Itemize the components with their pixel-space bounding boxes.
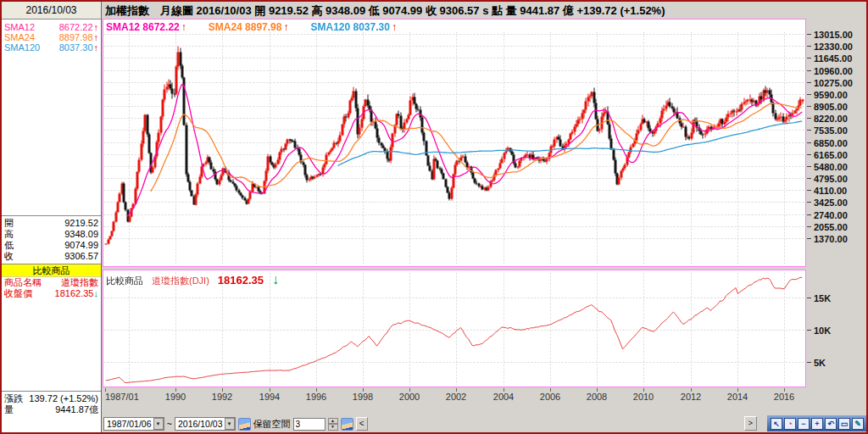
date-range-tilde: ~ [167, 419, 172, 429]
price-tick-label: 10275.00 [814, 79, 853, 87]
high-row: 高9348.09 [2, 229, 101, 240]
end-date-value: 2016/10/03 [178, 419, 223, 429]
time-tick-label: 1987/01 [105, 392, 139, 402]
price-tick-label: 15K [814, 294, 831, 303]
price-tick-label: 4795.00 [814, 175, 848, 183]
time-tick-label: 1996 [306, 392, 326, 402]
time-tick-label: 2014 [727, 392, 748, 402]
reserve-space-stepper[interactable]: ▲ ▼ [328, 418, 338, 431]
price-tick-label: 10K [814, 326, 831, 335]
time-tick-label: 1994 [259, 392, 280, 402]
compare-block: 比較商品 商品名稱 道瓊指數 收盤價 18162.35↓ [2, 264, 101, 299]
down-arrow-icon: ↓ [272, 272, 279, 287]
sma12-value: 8672.22 [59, 22, 93, 32]
up-arrow-icon: ↑ [94, 42, 99, 53]
undo-icon[interactable]: ↶ [825, 418, 837, 430]
time-tick-label: 2016 [774, 392, 794, 402]
compare-chart-canvas[interactable] [103, 270, 805, 387]
stock-app-window: 2016/10/03 SMA12 8672.22↑ SMA24 8897.98↑… [0, 0, 868, 434]
legend-sma120: SMA120 8037.30 [310, 21, 389, 33]
time-tick-label: 2002 [446, 392, 466, 402]
sma12-label: SMA12 [4, 22, 35, 32]
scroll-right-button[interactable]: > [744, 416, 757, 431]
sma120-value: 8037.30 [59, 42, 93, 53]
change-block: 漲跌139.72 (+1.52%) 量9441.87億 [2, 391, 101, 415]
sma24-value: 8897.98 [59, 32, 93, 42]
close-row: 收9306.57 [2, 251, 101, 262]
reserve-space-label: 保留空間 [253, 418, 291, 431]
drawing-toolbar: ↖◔−+↶▭✎ [767, 415, 866, 431]
spin-down-icon[interactable]: ▼ [328, 424, 338, 431]
main-chart-canvas[interactable] [103, 19, 805, 266]
end-date-combobox[interactable]: 2016/10/03 ▼ [175, 417, 236, 431]
sma24-label: SMA24 [4, 32, 35, 42]
ohlc-block: 開9219.52 高9348.09 低9074.99 收9306.57 [2, 215, 101, 262]
time-axis: 1987/01199019921994199619982000200220042… [103, 388, 806, 402]
price-tick-label: 10960.00 [814, 67, 853, 75]
change-row: 漲跌139.72 (+1.52%) [2, 393, 101, 404]
time-tick-label: 1998 [353, 392, 373, 402]
price-tick-label: 4110.00 [814, 186, 847, 195]
reserve-space-input[interactable] [293, 418, 326, 431]
hand-pointer-icon[interactable] [341, 418, 353, 431]
time-tick-label: 2010 [633, 392, 654, 402]
compare-header: 比較商品 [2, 264, 101, 277]
sma-legend: SMA12 8672.22↑ SMA24 8897.98↑ SMA120 803… [106, 21, 397, 33]
sma120-row: SMA120 8037.30↑ [2, 42, 101, 53]
clock-icon[interactable]: ◔ [784, 418, 796, 430]
sma120-label: SMA120 [4, 42, 40, 53]
sma12-row: SMA12 8672.22↑ [2, 22, 101, 32]
quote-header: 加權指數 月線圖 2016/10/03 開 9219.52 高 9348.09 … [105, 3, 866, 18]
start-date-value: 1987/01/06 [107, 419, 152, 429]
main-chart-panel: SMA12 8672.22↑ SMA24 8897.98↑ SMA120 803… [103, 19, 806, 267]
compare-name-row: 商品名稱 道瓊指數 [2, 277, 101, 288]
sma24-row: SMA24 8897.98↑ [2, 32, 101, 42]
compare-caption: 比較商品 道瓊指數(DJI) 18162.35 ↓ [106, 272, 279, 287]
compare-caption-name: 道瓊指數(DJI) [152, 275, 209, 287]
main-price-axis: 13015.0012330.0011645.0010960.0010275.00… [807, 19, 868, 267]
price-tick-label: 9590.00 [814, 91, 848, 99]
price-tick-label: 3425.00 [814, 198, 848, 207]
price-tick-label: 6850.00 [814, 139, 848, 147]
legend-sma24: SMA24 8897.98 [209, 21, 282, 33]
price-tick-label: 12330.00 [814, 42, 853, 51]
time-tick-label: 2012 [681, 392, 701, 402]
down-arrow-icon: ↓ [94, 288, 99, 298]
frame-icon[interactable]: ▭ [838, 418, 850, 430]
time-tick-label: 2000 [399, 392, 420, 402]
up-arrow-icon: ↑ [283, 21, 288, 33]
open-row: 開9219.52 [2, 218, 101, 229]
up-arrow-icon: ↑ [94, 32, 99, 42]
status-bar: 1987/01/06 ▼ ~ 2016/10/03 ▼ 保留空間 ▲ ▼ < [103, 416, 368, 431]
compare-chart-panel: 比較商品 道瓊指數(DJI) 18162.35 ↓ [103, 270, 806, 387]
price-tick-label: 7535.00 [814, 126, 848, 135]
price-tick-label: 11645.00 [814, 54, 852, 63]
price-tick-label: 1370.00 [814, 235, 848, 243]
chevron-down-icon[interactable]: ▼ [153, 418, 164, 430]
price-tick-label: 8220.00 [814, 114, 848, 123]
hand-pointer-icon[interactable] [238, 418, 251, 431]
time-tick-label: 2004 [493, 392, 514, 402]
start-date-combobox[interactable]: 1987/01/06 ▼ [103, 417, 164, 431]
compare-price-axis: 15K10K5K [807, 270, 868, 387]
price-tick-label: 2055.00 [814, 223, 848, 231]
zoom-in-icon[interactable]: + [811, 418, 823, 430]
low-row: 低9074.99 [2, 240, 101, 251]
sma-values-block: SMA12 8672.22↑ SMA24 8897.98↑ SMA120 803… [2, 22, 101, 53]
price-tick-label: 13015.00 [814, 31, 853, 39]
price-tick-label: 5480.00 [814, 163, 848, 171]
pencil-icon[interactable]: ✎ [852, 418, 864, 430]
back-button[interactable]: < [356, 417, 368, 431]
compare-caption-label: 比較商品 [106, 275, 143, 287]
up-arrow-icon: ↑ [94, 22, 99, 32]
cursor-icon[interactable]: ↖ [771, 418, 782, 430]
time-tick-label: 2008 [587, 392, 607, 402]
chevron-down-icon[interactable]: ▼ [225, 418, 235, 430]
price-tick-label: 6165.00 [814, 151, 848, 159]
legend-sma12: SMA12 8672.22 [106, 21, 180, 33]
compare-caption-value: 18162.35 [218, 274, 264, 287]
zoom-out-icon[interactable]: − [798, 418, 810, 430]
price-tick-label: 8905.00 [814, 103, 848, 111]
spin-up-icon[interactable]: ▲ [328, 418, 338, 425]
sidebar-date: 2016/10/03 [25, 4, 76, 16]
